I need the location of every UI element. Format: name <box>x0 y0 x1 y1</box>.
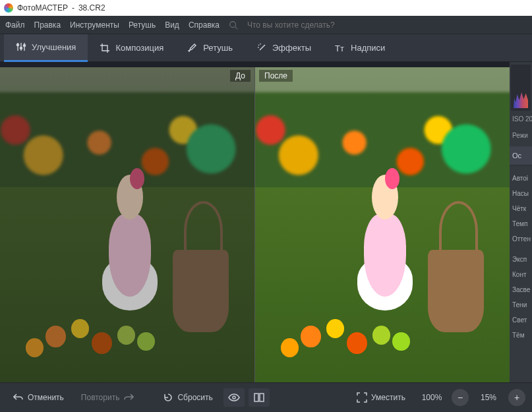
tab-retouch-label: Ретушь <box>203 43 233 53</box>
zoom-in-button[interactable]: + <box>508 389 525 406</box>
pane-before[interactable]: До <box>0 67 254 382</box>
slider-blacks[interactable]: Тём <box>510 328 532 343</box>
fit-button[interactable]: Уместить <box>350 388 412 407</box>
slider-shadows[interactable]: Тени <box>510 297 532 312</box>
slider-temperature[interactable]: Темп <box>510 216 532 231</box>
slider-tint[interactable]: Оттен <box>510 231 532 247</box>
histogram[interactable] <box>511 65 531 111</box>
svg-point-7 <box>23 44 25 46</box>
panel-tab-main[interactable]: Ос <box>510 146 532 165</box>
crop-icon <box>100 43 110 53</box>
svg-line-1 <box>235 26 238 29</box>
search-input[interactable] <box>247 20 366 30</box>
undo-button[interactable]: Отменить <box>7 389 71 406</box>
svg-rect-11 <box>254 394 258 401</box>
image-after <box>255 67 510 382</box>
minus-icon: − <box>458 392 463 403</box>
iso-label: ISO 20 <box>510 113 532 125</box>
tab-effects[interactable]: Эффекты <box>245 34 323 62</box>
compare-split: До После <box>0 67 510 382</box>
slider-whites[interactable]: Свет <box>510 312 532 328</box>
tab-enhance[interactable]: Улучшения <box>4 34 88 62</box>
right-panel: ISO 20 Режи Ос Автоі Насы Чётк Темп Отте… <box>510 62 532 382</box>
label-after: После <box>259 70 293 82</box>
redo-label: Повторить <box>81 393 120 402</box>
mode-label[interactable]: Режи <box>510 130 532 141</box>
tab-text-label: Надписи <box>351 43 385 53</box>
svg-point-5 <box>16 44 18 45</box>
plus-icon: + <box>514 392 519 403</box>
menu-file[interactable]: Файл <box>5 20 25 30</box>
titlebar-sep: - <box>72 3 74 13</box>
svg-point-0 <box>230 21 236 27</box>
preview-button[interactable] <box>223 388 245 407</box>
menu-tools[interactable]: Инструменты <box>70 20 119 30</box>
fit-icon <box>357 392 367 403</box>
redo-icon <box>123 393 134 402</box>
svg-point-10 <box>233 396 235 399</box>
pane-after[interactable]: После <box>254 67 510 382</box>
tool-tabbar: Улучшения Композиция Ретушь Эффекты Tт Н… <box>0 34 532 62</box>
zoom-current[interactable]: 15% <box>473 393 504 402</box>
search-icon <box>229 20 238 30</box>
menu-help[interactable]: Справка <box>189 20 220 30</box>
undo-icon <box>13 393 24 402</box>
menu-edit[interactable]: Правка <box>34 20 61 30</box>
tab-enhance-label: Улучшения <box>32 42 76 52</box>
titlebar: ФотоМАСТЕР - 38.CR2 <box>0 0 532 16</box>
slider-highlights[interactable]: Засве <box>510 282 532 297</box>
redo-button[interactable]: Повторить <box>74 389 141 406</box>
titlebar-file: 38.CR2 <box>78 3 105 13</box>
slider-contrast[interactable]: Конт <box>510 267 532 282</box>
sliders-icon <box>16 42 26 52</box>
label-before: До <box>230 70 251 82</box>
app-logo-icon <box>4 3 13 13</box>
slider-exposure[interactable]: Эксп <box>510 252 532 267</box>
eye-icon <box>228 394 240 401</box>
tab-composition[interactable]: Композиция <box>88 34 175 62</box>
compare-button[interactable] <box>249 388 270 407</box>
tab-retouch[interactable]: Ретушь <box>175 34 245 62</box>
slider-saturation[interactable]: Насы <box>510 186 532 201</box>
reset-icon <box>163 392 173 403</box>
tab-effects-label: Эффекты <box>272 43 311 53</box>
reset-button[interactable]: Сбросить <box>156 388 219 407</box>
slider-auto[interactable]: Автоі <box>510 171 532 186</box>
brush-icon <box>187 43 198 53</box>
zoom-out-button[interactable]: − <box>452 389 469 406</box>
workspace: До После ISO 20 Р <box>0 62 532 382</box>
tab-text[interactable]: Tт Надписи <box>323 34 397 62</box>
svg-rect-12 <box>260 394 264 401</box>
menubar: Файл Правка Инструменты Ретушь Вид Справ… <box>0 16 532 34</box>
text-icon: Tт <box>335 43 345 53</box>
image-before <box>0 67 254 382</box>
compare-icon <box>254 392 264 403</box>
reset-label: Сбросить <box>177 393 212 402</box>
slider-sharpness[interactable]: Чётк <box>510 201 532 216</box>
bottombar: Отменить Повторить Сбросить Уместить 100… <box>0 382 532 412</box>
undo-label: Отменить <box>28 393 64 402</box>
canvas-area: До После <box>0 62 510 382</box>
svg-point-6 <box>20 47 22 49</box>
menu-view[interactable]: Вид <box>165 20 179 30</box>
zoom-100[interactable]: 100% <box>416 393 448 402</box>
fit-label: Уместить <box>371 393 405 402</box>
svg-line-8 <box>260 45 265 50</box>
titlebar-app: ФотоМАСТЕР <box>17 3 68 13</box>
wand-icon <box>256 43 267 53</box>
tab-composition-label: Композиция <box>115 43 163 53</box>
menu-retouch[interactable]: Ретушь <box>129 20 156 30</box>
svg-text:Tт: Tт <box>335 44 344 53</box>
